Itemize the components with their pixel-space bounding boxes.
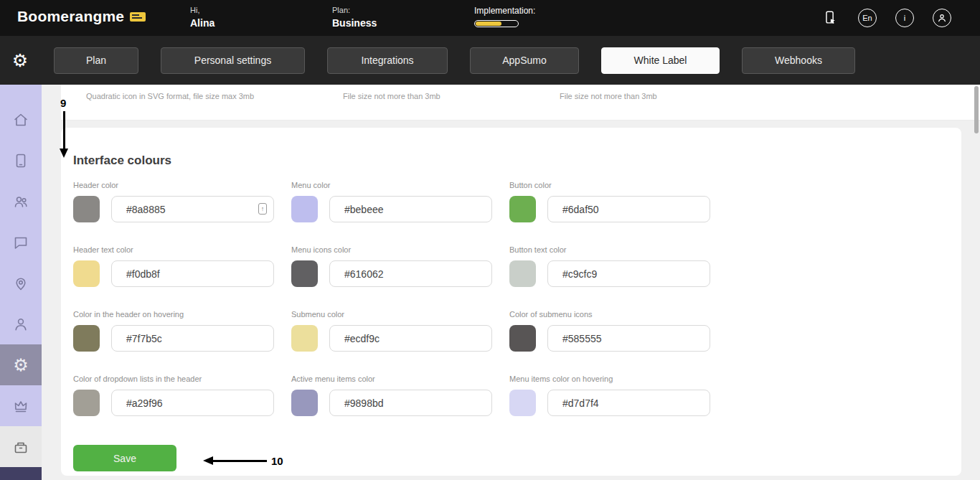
language-selector[interactable]: En (858, 9, 877, 27)
sidebar-item-settings[interactable]: ⚙ (0, 344, 42, 385)
color-field-label: Submenu color (291, 310, 492, 319)
implementation-label: Implementation: (474, 6, 535, 16)
color-swatch[interactable] (291, 260, 318, 287)
tab-plan[interactable]: Plan (54, 47, 138, 74)
sidebar-item-subscription[interactable] (0, 385, 42, 426)
color-input[interactable] (547, 390, 710, 416)
annotation-arrow-9-head (60, 149, 68, 158)
account-icon[interactable] (933, 9, 951, 27)
color-field-header-text-color: Header text color (73, 245, 274, 287)
color-input[interactable] (547, 260, 710, 287)
color-swatch[interactable] (73, 260, 100, 287)
tab-white-label[interactable]: White Label (601, 47, 720, 74)
colour-fields-grid: Header color ↑ Menu color Button color (73, 181, 947, 416)
color-field-dropdown-lists-color: Color of dropdown lists in the header (73, 375, 274, 416)
color-field-menu-color: Menu color (291, 181, 492, 222)
color-input[interactable] (329, 390, 492, 416)
cards-icon (12, 152, 29, 169)
logo-text: Boomerangme (17, 8, 124, 25)
tab-appsumo[interactable]: AppSumo (470, 47, 579, 74)
chat-icon (12, 234, 29, 251)
mobile-preview-icon[interactable] (821, 9, 839, 27)
plan-label: Plan: (332, 6, 377, 14)
plan-value: Business (332, 17, 377, 29)
annotation-arrow-9-line (63, 111, 65, 149)
greeting-block: Hi, Alina (190, 6, 215, 29)
color-field-submenu-icons-color: Color of submenu icons (509, 310, 710, 352)
plan-block: Plan: Business (332, 6, 377, 29)
tabs: Plan Personal settings Integrations AppS… (54, 47, 855, 74)
sidebar-item-contacts[interactable] (0, 181, 42, 222)
color-swatch[interactable] (73, 325, 100, 352)
color-field-label: Color of submenu icons (509, 310, 710, 319)
annotation-step-10: 10 (271, 455, 283, 467)
color-swatch[interactable] (291, 390, 318, 416)
annotation-arrow-10-head (203, 456, 213, 465)
tab-webhooks[interactable]: Webhooks (742, 47, 855, 74)
upload-hint: File size not more than 3mb (343, 92, 440, 100)
color-input[interactable] (111, 196, 274, 222)
sidebar-item-chat[interactable] (0, 222, 42, 263)
sidebar: ⚙ (0, 85, 42, 480)
person-icon (12, 316, 29, 333)
color-swatch[interactable] (509, 390, 536, 416)
tab-integrations[interactable]: Integrations (327, 47, 448, 74)
upload-hints-card: Quadratic icon in SVG format, file size … (61, 85, 980, 121)
color-input[interactable] (111, 390, 274, 416)
color-swatch[interactable] (509, 260, 536, 287)
sidebar-item-home[interactable] (0, 99, 42, 140)
color-field-label: Header text color (73, 245, 274, 254)
save-button[interactable]: Save (73, 445, 176, 471)
color-input[interactable] (329, 325, 492, 352)
sidebar-bottom-strip (0, 467, 42, 480)
upload-hint: File size not more than 3mb (560, 92, 657, 100)
color-field-header-color: Header color ↑ (73, 181, 274, 222)
color-swatch[interactable] (73, 196, 100, 222)
color-field-active-menu-items-color: Active menu items color (291, 375, 492, 416)
color-field-button-color: Button color (509, 181, 710, 222)
implementation-progress-fill (476, 22, 501, 26)
color-input[interactable] (329, 260, 492, 287)
sidebar-item-locations[interactable] (0, 263, 42, 303)
logo[interactable]: Boomerangme (17, 8, 146, 25)
tab-personal-settings[interactable]: Personal settings (161, 47, 305, 74)
greeting-label: Hi, (190, 6, 215, 14)
color-swatch[interactable] (509, 196, 536, 222)
color-field-label: Menu color (291, 181, 492, 189)
user-name: Alina (190, 17, 215, 29)
color-field-label: Color of dropdown lists in the header (73, 375, 274, 383)
color-swatch[interactable] (509, 325, 536, 352)
info-icon[interactable]: i (895, 9, 914, 27)
color-input[interactable] (111, 260, 274, 287)
color-input[interactable] (547, 196, 710, 222)
crown-icon (12, 397, 29, 415)
billing-icon (12, 438, 29, 456)
color-field-label: Menu icons color (291, 245, 492, 254)
scrollbar-thumb[interactable] (974, 86, 979, 133)
topbar-icons: En i (821, 9, 951, 27)
section-title: Interface colours (73, 154, 947, 168)
sidebar-item-cards[interactable] (0, 140, 42, 181)
color-field-label: Active menu items color (291, 375, 492, 383)
color-input[interactable] (111, 325, 274, 352)
color-field-header-hover-color: Color in the header on hovering (73, 310, 274, 352)
main-content: Quadratic icon in SVG format, file size … (42, 85, 980, 480)
interface-colours-card: Interface colours Header color ↑ Menu co… (61, 128, 961, 476)
sidebar-item-clients[interactable] (0, 303, 42, 344)
settings-gear-icon[interactable]: ⚙ (9, 52, 31, 70)
color-input[interactable] (329, 196, 492, 222)
paste-icon[interactable]: ↑ (258, 203, 267, 215)
sidebar-item-billing[interactable] (0, 426, 42, 467)
settings-tabs-bar: ⚙ Plan Personal settings Integrations Ap… (0, 36, 980, 85)
color-field-label: Color in the header on hovering (73, 310, 274, 319)
color-input[interactable] (547, 325, 710, 352)
home-icon (12, 111, 29, 128)
location-pin-icon (12, 275, 29, 292)
color-field-label: Button text color (509, 245, 710, 254)
color-field-label: Menu items color on hovering (509, 375, 710, 383)
color-swatch[interactable] (291, 196, 318, 222)
color-swatch[interactable] (291, 325, 318, 352)
color-field-submenu-color: Submenu color (291, 310, 492, 352)
color-swatch[interactable] (73, 390, 100, 416)
annotation-step-9: 9 (60, 97, 66, 109)
